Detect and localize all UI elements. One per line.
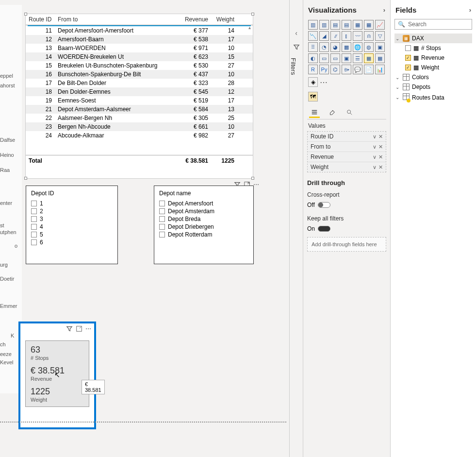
viz-type-100-column[interactable]: ▦	[364, 20, 374, 30]
table-scrollbar[interactable]: ▴	[247, 25, 252, 167]
checkbox-icon[interactable]	[159, 208, 165, 214]
checkbox-icon[interactable]	[159, 216, 165, 222]
viz-type-clustered-column[interactable]: ▤	[342, 20, 351, 30]
viz-type-slicer[interactable]: ☰	[353, 53, 362, 63]
slicer-option[interactable]: Depot Driebergen	[159, 223, 248, 231]
chevron-down-icon[interactable]: ∨	[373, 154, 377, 160]
viz-type-key-influencers[interactable]: ⌬	[330, 65, 340, 74]
viz-type-ribbon[interactable]: 〰	[353, 31, 362, 41]
resize-handle[interactable]	[24, 177, 27, 180]
remove-field-icon[interactable]: ✕	[378, 154, 383, 160]
fields-table[interactable]: ⌄Routes Data	[394, 92, 472, 103]
viz-type-clustered-bar[interactable]: ▤	[330, 20, 340, 30]
viz-type-line-clustered[interactable]: ⫿	[342, 31, 351, 41]
fields-tab[interactable]	[309, 107, 320, 118]
viz-type-matrix[interactable]: ▦	[375, 53, 385, 63]
viz-type-stacked-column[interactable]: ▥	[319, 20, 329, 30]
viz-type-card[interactable]: ▭	[319, 53, 329, 63]
col-header-routeid[interactable]: Route ID	[29, 16, 58, 23]
table-row[interactable]: 18Den Dolder-Eemnes€ 54512	[26, 87, 253, 96]
resize-handle[interactable]	[24, 13, 27, 16]
slicer-option[interactable]: 5	[31, 231, 113, 238]
more-options-icon[interactable]: ⋯	[253, 181, 259, 189]
table-row[interactable]: 14WOERDEN-Breukelen Ut€ 62315	[26, 52, 253, 61]
collapse-fields-icon[interactable]: ›	[469, 6, 471, 14]
checkbox-icon[interactable]	[31, 216, 37, 222]
viz-type-stacked-area[interactable]: ◢	[319, 31, 329, 41]
slicer-option[interactable]: Depot Rotterdam	[159, 231, 248, 238]
format-tab[interactable]	[327, 107, 337, 118]
slicer-option[interactable]: 1	[31, 200, 113, 207]
viz-type-paginated[interactable]: 📊	[375, 65, 385, 74]
table-row[interactable]: 12Amersfoort-Baarn€ 53817	[26, 35, 253, 44]
table-row[interactable]: 22Aalsmeer-Bergen Nh€ 30525	[26, 114, 253, 122]
resize-handle[interactable]	[251, 177, 254, 180]
field-checkbox[interactable]: ✓	[405, 55, 411, 61]
fields-search[interactable]: 🔍 Search	[394, 19, 472, 30]
slicer-option[interactable]: 2	[31, 207, 113, 215]
viz-type-funnel[interactable]: ▽	[375, 31, 385, 41]
table-body[interactable]: 11Depot Amersfoort-Amersfoort€ 3771412Am…	[26, 26, 253, 155]
viz-type-treemap[interactable]: ▩	[342, 42, 351, 52]
card-visual-selected[interactable]: ⋯ 63 # Stops € 38.581 Revenue 1225 Weigh…	[18, 322, 96, 429]
value-well-item[interactable]: Revenue∨✕	[308, 152, 386, 162]
viz-type-table[interactable]: ▦	[364, 53, 374, 63]
fields-table[interactable]: ⌄Colors	[394, 72, 472, 82]
more-icon[interactable]: ⋯	[320, 78, 328, 87]
expand-filters-icon[interactable]: ‹	[290, 29, 303, 37]
viz-type-r[interactable]: R	[308, 65, 318, 74]
focus-mode-icon[interactable]	[76, 325, 82, 334]
field-checkbox[interactable]: ✓	[405, 65, 411, 70]
table-visual[interactable]: Route ID From to Revenue Weight 11Depot …	[25, 14, 253, 179]
table-row[interactable]: 23Bergen Nh-Abcoude€ 66110	[26, 122, 253, 131]
analytics-tab[interactable]	[344, 107, 355, 118]
remove-field-icon[interactable]: ✕	[378, 144, 383, 150]
chevron-down-icon[interactable]: ∨	[373, 164, 377, 170]
fields-table-dax[interactable]: ⌄▦DAX	[394, 34, 472, 43]
viz-type-donut[interactable]: ◕	[330, 42, 340, 52]
viz-type-gauge[interactable]: ◐	[308, 53, 318, 63]
fields-field[interactable]: ✓▦Revenue	[394, 53, 472, 63]
fields-table[interactable]: ⌄Depots	[394, 82, 472, 92]
remove-field-icon[interactable]: ✕	[378, 164, 383, 170]
checkbox-icon[interactable]	[31, 201, 37, 206]
fields-field[interactable]: ▦# Stops	[394, 43, 472, 53]
table-row[interactable]: 16Bunschoten-Spakenburg-De Bilt€ 43710	[26, 70, 253, 79]
filter-icon[interactable]	[66, 325, 73, 334]
values-field-well[interactable]: Route ID∨✕From to∨✕Revenue∨✕Weight∨✕	[307, 131, 386, 172]
fields-field[interactable]: ✓▦Weight	[394, 63, 472, 72]
col-header-revenue[interactable]: Revenue	[177, 16, 208, 23]
slicer-option[interactable]: Depot Amsterdam	[159, 207, 248, 215]
slicer-option[interactable]: 6	[31, 238, 113, 246]
viz-type-multi-card[interactable]: ▭	[330, 53, 340, 63]
resize-handle[interactable]	[251, 13, 254, 16]
get-more-visuals-icon[interactable]: ◈	[308, 77, 318, 87]
value-well-item[interactable]: Weight∨✕	[308, 162, 386, 172]
viz-type-map[interactable]: 🌐	[353, 42, 362, 52]
scroll-up-icon[interactable]: ▴	[247, 25, 252, 30]
table-row[interactable]: 13Baarn-WOERDEN€ 97110	[26, 44, 253, 52]
slicer-option[interactable]: Depot Breda	[159, 215, 248, 223]
table-row[interactable]: 17De Bilt-Den Dolder€ 32328	[26, 79, 253, 87]
value-well-item[interactable]: Route ID∨✕	[308, 132, 386, 142]
checkbox-icon[interactable]	[31, 239, 37, 245]
viz-type-line-column[interactable]: ⫽	[330, 31, 340, 41]
viz-type-stacked-bar[interactable]: ▥	[308, 20, 318, 30]
value-well-item[interactable]: From to∨✕	[308, 142, 386, 152]
viz-type-decomp[interactable]: ⌲	[342, 65, 351, 74]
slicer-option[interactable]: 4	[31, 223, 113, 231]
table-row[interactable]: 21Depot Amsterdam-Aalsmeer€ 58413	[26, 105, 253, 114]
table-row[interactable]: 19Eemnes-Soest€ 51917	[26, 96, 253, 105]
checkbox-icon[interactable]	[159, 201, 165, 206]
viz-type-waterfall[interactable]: ⫙	[364, 31, 374, 41]
slicer-depot-id[interactable]: Depot ID 123456	[26, 186, 118, 264]
checkbox-icon[interactable]	[31, 224, 37, 230]
drillthrough-drop-zone[interactable]: Add drill-through fields here	[307, 237, 386, 252]
viz-type-narrative[interactable]: 📄	[364, 65, 374, 74]
remove-field-icon[interactable]: ✕	[378, 134, 383, 140]
table-row[interactable]: 24Abcoude-Alkmaar€ 98227	[26, 131, 253, 140]
col-header-weight[interactable]: Weight	[208, 16, 237, 23]
viz-type-line[interactable]: 📈	[375, 20, 385, 30]
checkbox-icon[interactable]	[159, 224, 165, 230]
checkbox-icon[interactable]	[31, 232, 37, 237]
